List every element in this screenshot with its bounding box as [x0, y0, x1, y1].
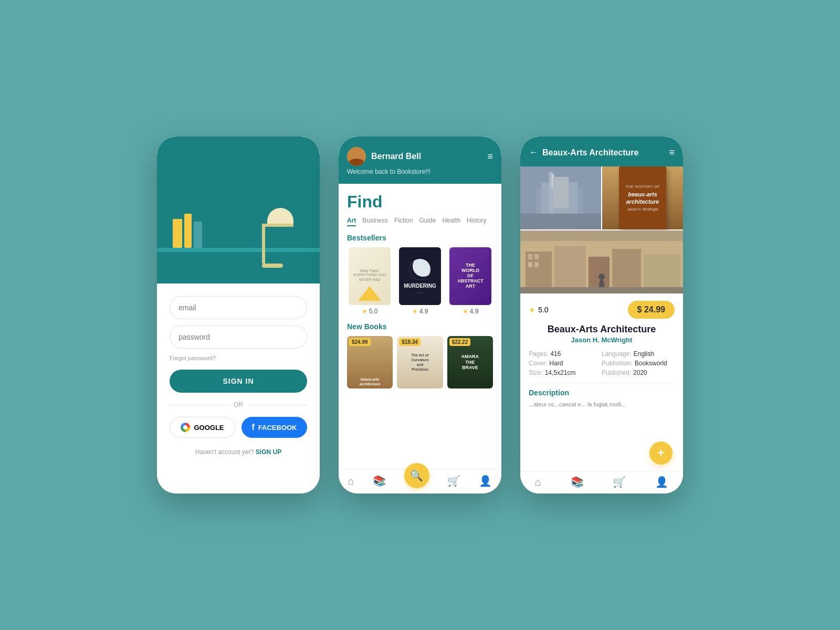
svg-rect-5	[520, 214, 601, 229]
detail-title-text: Beaux-Arts Architecture	[542, 148, 638, 158]
book-cover-2: MURDERING ......	[399, 247, 441, 305]
home-content: Find Art Business Fiction Guide Health H…	[339, 184, 501, 494]
book1-triangle	[358, 286, 381, 301]
detail-image-2: THE HISTORY OF beaux-arts architecture J…	[602, 166, 683, 229]
tab-art[interactable]: Art	[347, 217, 356, 226]
sign-in-button[interactable]: SIGN IN	[170, 370, 307, 393]
book1-rating: ★ 5.0	[362, 308, 378, 315]
password-field[interactable]	[170, 326, 307, 349]
svg-rect-13	[528, 254, 532, 259]
detail-rating-row: ★ 5.0 $ 24.99	[529, 301, 675, 319]
tab-health[interactable]: Health	[442, 217, 460, 226]
new-book-card-1[interactable]: beaux-artsarchitecture $24.99	[347, 336, 393, 388]
book3-rating: ★ 4.9	[463, 308, 479, 315]
new-book2-title: The Art ofCurvatureandPrecision	[411, 353, 428, 372]
detail-rating: ★ 5.0	[529, 306, 548, 314]
book2-subtitle: ......	[417, 290, 423, 293]
book-decoration-1	[173, 219, 182, 248]
book-card-1[interactable]: Baby Papa!EVERYTHING YOUNEVER HAD ★ 5.0	[347, 247, 392, 315]
meta-pages: Pages: 416	[529, 350, 602, 358]
detail-meta: Pages: 416 Language: English Cover: Hard…	[529, 350, 675, 376]
home-nav: ⌂ 📚 🔍 🛒 👤	[339, 469, 501, 494]
tab-history[interactable]: History	[467, 217, 486, 226]
meta-publicion: Publishion: Booksworld	[602, 360, 675, 367]
moon-icon	[410, 259, 430, 280]
new-book3-title: AMARATHEBRAVE	[461, 354, 479, 371]
or-divider: OR	[170, 401, 307, 408]
architecture-svg-1	[520, 166, 601, 229]
google-icon	[181, 423, 190, 432]
google-label: GOOGLE	[194, 424, 224, 432]
add-button[interactable]: +	[649, 442, 673, 465]
book1-title-text: Baby Papa!EVERYTHING YOUNEVER HAD	[350, 265, 389, 282]
tab-fiction[interactable]: Fiction	[394, 217, 413, 226]
or-line-right	[248, 405, 307, 405]
detail-nav-cart-icon[interactable]: 🛒	[613, 476, 626, 488]
meta-cover-label: Cover:	[529, 360, 547, 367]
tab-science[interactable]: Scie...	[492, 217, 493, 226]
svg-rect-15	[528, 262, 532, 267]
detail-nav-profile-icon[interactable]: 👤	[655, 476, 668, 488]
book2-content: MURDERING ......	[404, 247, 436, 305]
facebook-label: FACEBOOK	[258, 424, 297, 432]
book-cover-1: Baby Papa!EVERYTHING YOUNEVER HAD	[349, 247, 391, 305]
lamp-arm-v	[262, 227, 265, 264]
shelf-decoration	[157, 248, 320, 252]
lamp-head	[267, 208, 293, 224]
book2-rating-value: 4.9	[419, 308, 428, 315]
nav-home-icon[interactable]: ⌂	[348, 475, 354, 487]
nav-profile-icon[interactable]: 👤	[479, 475, 492, 487]
tab-guide[interactable]: Guide	[419, 217, 436, 226]
avatar-face	[347, 147, 366, 166]
back-arrow-icon[interactable]: ←	[529, 147, 538, 158]
detail-rating-value: 5.0	[538, 306, 548, 314]
nav-library-icon[interactable]: 📚	[373, 475, 386, 487]
book-card-3[interactable]: THEWORLDOFABSTRACTART ★ 4.9	[448, 247, 493, 315]
facebook-icon: f	[252, 423, 255, 432]
bcd-title: beaux-arts architecture	[623, 191, 662, 206]
facebook-button[interactable]: f FACEBOOK	[242, 417, 307, 438]
detail-content: THE HISTORY OF beaux-arts architecture J…	[520, 166, 683, 494]
find-title: Find	[347, 192, 493, 212]
lamp-decoration	[262, 208, 293, 268]
detail-nav: ⌂ 📚 🛒 👤	[520, 471, 683, 494]
svg-rect-14	[534, 254, 539, 259]
google-button[interactable]: GOOGLE	[170, 417, 235, 438]
hamburger-menu-icon[interactable]: ≡	[487, 151, 493, 162]
detail-nav-home-icon[interactable]: ⌂	[535, 476, 541, 488]
detail-image-3	[520, 230, 683, 293]
email-field[interactable]	[170, 296, 307, 319]
meta-cover: Cover: Hard	[529, 360, 602, 367]
lamp-arm-h	[262, 224, 293, 227]
book3-title: THEWORLDOFABSTRACTART	[457, 263, 484, 289]
meta-language-value: English	[634, 350, 654, 358]
screens-container: Forgot password? SIGN IN OR GOOGLE f FAC…	[136, 105, 704, 525]
or-text: OR	[234, 401, 243, 408]
tab-business[interactable]: Business	[362, 217, 388, 226]
detail-book-title-rest: Architecture	[598, 324, 656, 334]
new-book-card-2[interactable]: The Art ofCurvatureandPrecision $18.34	[397, 336, 443, 388]
signup-link[interactable]: SIGN UP	[256, 448, 281, 456]
detail-nav-library-icon[interactable]: 📚	[571, 476, 584, 488]
detail-menu-icon[interactable]: ≡	[669, 147, 675, 158]
forgot-password-link[interactable]: Forgot password?	[170, 355, 307, 361]
detail-image-1	[520, 166, 601, 229]
detail-screen: ← Beaux-Arts Architecture ≡	[520, 136, 683, 494]
description-text: ...ateur oc...caecat e... la fugiat moll…	[529, 400, 675, 409]
nav-cart-icon[interactable]: 🛒	[447, 475, 460, 487]
search-fab-button[interactable]: 🔍	[404, 463, 429, 488]
signup-prompt-text: Haven't account yet?	[195, 448, 254, 456]
new-book1-title: beaux-artsarchitecture	[360, 377, 381, 386]
meta-publicion-label: Publishion:	[602, 360, 633, 367]
svg-rect-16	[534, 262, 539, 267]
book-card-2[interactable]: MURDERING ...... ★ 4.9	[397, 247, 443, 315]
book2-title: MURDERING	[404, 283, 436, 289]
book3-rating-value: 4.9	[470, 308, 479, 315]
book1-rating-value: 5.0	[369, 308, 378, 315]
new-book-card-3[interactable]: AMARATHEBRAVE $22.22	[447, 336, 493, 388]
svg-rect-11	[612, 249, 641, 293]
description-title: Description	[529, 388, 675, 397]
bcd-author: Jason H. McWright	[627, 207, 658, 211]
meta-pages-label: Pages:	[529, 350, 548, 358]
or-line-left	[170, 405, 228, 405]
